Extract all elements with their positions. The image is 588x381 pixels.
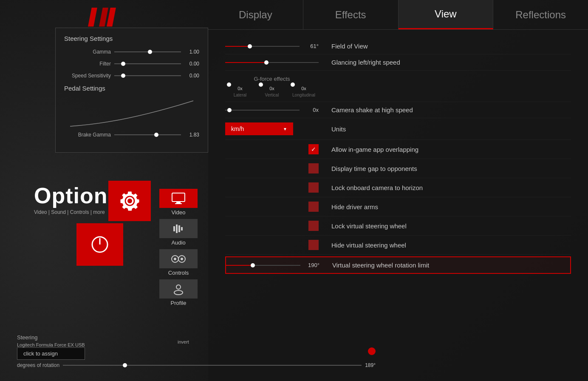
fov-thumb[interactable]	[248, 44, 252, 48]
svg-rect-4	[175, 203, 182, 204]
tab-effects[interactable]: Effects	[303, 0, 399, 29]
click-to-assign-button[interactable]: click to assign	[17, 347, 85, 360]
units-label: Units	[319, 125, 571, 133]
profile-icon	[172, 283, 185, 295]
gforce-control: 0x Lateral 0x Vertical 0x	[225, 84, 319, 97]
gamma-track[interactable]	[114, 51, 181, 52]
rotation-limit-fill	[226, 265, 251, 266]
degrees-track[interactable]	[63, 365, 362, 366]
camera-shake-thumb[interactable]	[227, 108, 232, 112]
app-overlap-row: Allow in-game app overlapping	[225, 140, 571, 159]
camera-shake-value: 0x	[304, 107, 319, 113]
gamma-thumb[interactable]	[148, 50, 152, 54]
nav-controls[interactable]: Controls	[159, 247, 198, 278]
filter-track[interactable]	[114, 63, 181, 64]
time-gap-checkbox[interactable]	[308, 163, 319, 173]
nav-audio[interactable]: Audio	[159, 217, 198, 247]
degrees-thumb[interactable]	[123, 363, 127, 367]
lock-horizon-row: Lock onboard camera to horizon	[225, 178, 571, 197]
vertical-value: 0x	[269, 86, 274, 91]
brake-gamma-track[interactable]	[114, 134, 181, 135]
pedal-curve	[64, 99, 199, 128]
app-overlap-checkbox[interactable]	[308, 144, 319, 154]
gamma-row: Gamma 1.00	[64, 49, 199, 55]
units-row: km/h ▼ Units	[225, 118, 571, 140]
rotation-limit-row: 190° Virtual steering wheel rotation lim…	[225, 256, 571, 274]
hide-wheel-checkbox[interactable]	[308, 240, 319, 250]
time-gap-control	[225, 163, 319, 173]
camera-shake-slider[interactable]	[225, 110, 300, 111]
hide-arms-checkbox[interactable]	[308, 202, 319, 212]
svg-rect-2	[172, 193, 185, 202]
tab-view[interactable]: View	[399, 0, 494, 29]
nav-video[interactable]: Video	[159, 187, 198, 217]
speed-sensitivity-row: Speed Sensitivity 0.00	[64, 73, 199, 79]
rotation-limit-slider[interactable]	[226, 265, 300, 266]
camera-shake-label: Camera shake at high speed	[319, 106, 571, 114]
lock-wheel-row: Lock virtual steering wheel	[225, 216, 571, 236]
app-overlap-control	[225, 144, 319, 154]
longitudinal-thumb[interactable]	[291, 82, 295, 87]
hide-arms-label: Hide driver arms	[319, 203, 571, 210]
svg-rect-3	[176, 202, 181, 203]
tab-reflections[interactable]: Reflections	[493, 0, 588, 29]
gforce-label-text: G-force effects	[254, 76, 290, 82]
fov-row: 61° Field of View	[225, 38, 571, 54]
units-dropdown[interactable]: km/h ▼	[225, 122, 293, 135]
audio-icon	[172, 223, 185, 235]
options-title-area: Options Video | Sound | Controls | more	[34, 183, 120, 215]
glancing-slider[interactable]	[225, 62, 319, 63]
options-title: Options	[34, 183, 120, 208]
controls-icon	[171, 253, 186, 265]
glancing-control	[225, 62, 319, 63]
lateral-value: 0x	[237, 86, 243, 91]
rotation-limit-value: 190°	[305, 262, 319, 268]
hide-wheel-control	[225, 240, 319, 250]
controls-label: Controls	[168, 270, 189, 276]
lock-horizon-checkbox[interactable]	[308, 182, 319, 193]
rotation-limit-thumb[interactable]	[251, 263, 255, 267]
brake-gamma-thumb[interactable]	[154, 133, 158, 137]
lock-wheel-control	[225, 221, 319, 231]
svg-point-13	[176, 285, 181, 289]
rotation-limit-control: 190°	[226, 262, 319, 268]
lock-wheel-checkbox[interactable]	[308, 221, 319, 231]
speed-sensitivity-track[interactable]	[114, 75, 181, 76]
filter-thumb[interactable]	[121, 62, 125, 66]
invert-label: invert	[178, 339, 189, 344]
vertical-thumb[interactable]	[259, 82, 263, 87]
glancing-thumb[interactable]	[264, 60, 269, 65]
steering-red-dot	[368, 347, 376, 355]
nav-profile[interactable]: Profile	[159, 278, 198, 308]
profile-icon-bg	[159, 279, 198, 299]
time-gap-label: Display time gap to opponents	[319, 165, 571, 172]
svg-rect-7	[178, 225, 180, 232]
fov-slider[interactable]	[225, 46, 300, 47]
gamma-label: Gamma	[64, 49, 111, 55]
brake-gamma-label: Brake Gamma	[64, 132, 111, 138]
units-control: km/h ▼	[225, 122, 319, 135]
vertical-label: Vertical	[265, 93, 279, 97]
right-nav: Video Audio Co	[159, 187, 198, 308]
svg-rect-8	[181, 227, 183, 230]
gear-icon-box[interactable]	[108, 181, 151, 221]
speed-sensitivity-value: 0.00	[184, 73, 199, 79]
steering-assign-row: Logitech Formula Force EX USB click to a…	[17, 342, 376, 360]
longitudinal-group: 0x Longitudinal	[289, 84, 319, 97]
svg-rect-5	[173, 226, 175, 231]
lateral-group: 0x Lateral	[225, 84, 255, 97]
filter-label: Filter	[64, 61, 111, 67]
time-gap-row: Display time gap to opponents	[225, 159, 571, 178]
profile-label: Profile	[171, 300, 187, 306]
tab-display[interactable]: Display	[208, 0, 303, 29]
fov-fill	[225, 46, 248, 47]
hide-arms-control	[225, 202, 319, 212]
fov-control: 61°	[225, 43, 319, 49]
dropdown-arrow: ▼	[283, 127, 287, 131]
power-icon-box[interactable]	[76, 223, 123, 266]
speed-sensitivity-thumb[interactable]	[121, 74, 125, 78]
audio-icon-bg	[159, 219, 198, 238]
speed-sensitivity-label: Speed Sensitivity	[64, 73, 111, 79]
gforce-section-label: G-force effects	[225, 75, 319, 82]
lateral-thumb[interactable]	[227, 82, 231, 87]
